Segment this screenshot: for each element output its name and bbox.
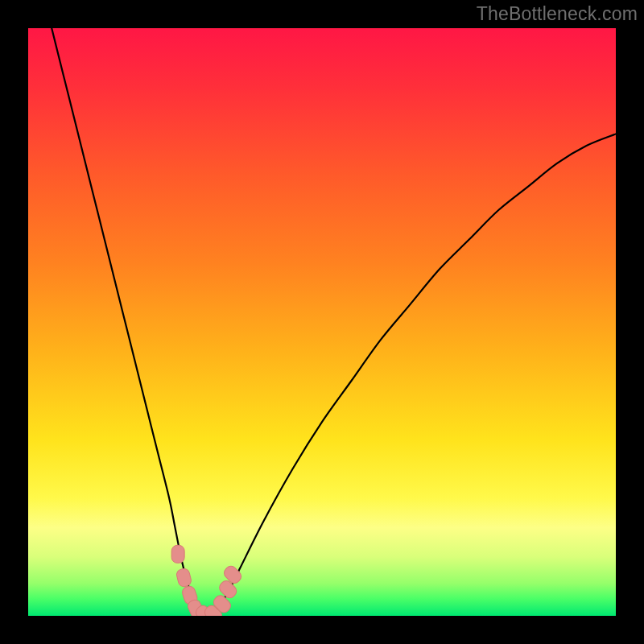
curve-marker [171, 545, 184, 563]
curve-marker [175, 568, 192, 588]
chart-frame: TheBottleneck.com [0, 0, 644, 644]
watermark-text: TheBottleneck.com [477, 3, 638, 25]
bottleneck-curve [52, 28, 616, 616]
plot-area [28, 28, 616, 616]
marker-group [171, 545, 243, 616]
chart-overlay [28, 28, 616, 616]
